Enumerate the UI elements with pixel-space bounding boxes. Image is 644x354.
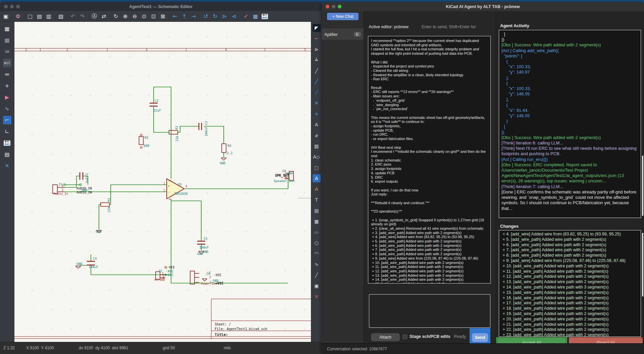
cursor-tool-icon[interactable]: ◤ xyxy=(313,24,321,32)
redo-icon[interactable]: ↷ xyxy=(78,12,87,20)
circle-tool-icon[interactable]: ○ xyxy=(313,239,321,247)
rectangle-tool-icon[interactable]: ▭ xyxy=(313,228,321,236)
textbox-tool-icon[interactable]: ▤ xyxy=(313,207,321,215)
schematic-canvas[interactable]: 12345C222uFR2680R122kC3100nFR42.2GNDJ112… xyxy=(14,22,311,342)
changes-list[interactable]: + 4. [add_wire] Added wire from (83.82, … xyxy=(499,230,641,337)
text-tool-icon[interactable]: T xyxy=(313,196,321,204)
symbol-library-icon[interactable]: ▤ xyxy=(3,150,11,159)
new-schematic-icon[interactable]: ▢ xyxy=(26,12,34,20)
close-button[interactable] xyxy=(4,5,8,8)
find-icon[interactable]: Ⓐ xyxy=(90,12,99,20)
junction-icon[interactable]: + xyxy=(313,110,321,118)
maximize-button[interactable] xyxy=(16,5,20,8)
agent-titlebar[interactable]: KiCad AI Agent by ALT TAB - pcbnew xyxy=(322,2,644,11)
annotate-icon[interactable]: R??R42 xyxy=(261,12,269,20)
label-tool-icon[interactable]: A xyxy=(313,174,321,182)
image-tool-icon[interactable]: ▣ xyxy=(313,282,321,290)
mirror-v-icon[interactable]: ⊳ xyxy=(220,12,229,20)
new-chat-button[interactable]: + New Chat xyxy=(327,13,359,20)
add-power-port-icon[interactable]: ╧ xyxy=(313,56,321,64)
attach-button[interactable]: Attach xyxy=(371,333,400,341)
svg-text:GND: GND xyxy=(96,230,101,233)
schematic-titlebar[interactable]: AgentTest1 — Schematic Editor xyxy=(0,2,322,11)
sim-probe-icon[interactable]: ∿ xyxy=(3,104,11,113)
units-mils-button[interactable]: mil xyxy=(3,59,11,67)
table-tool-icon[interactable]: ▦ xyxy=(313,217,321,225)
annotate-side-icon[interactable]: R??R42 xyxy=(3,139,11,147)
arc-tool-icon[interactable]: ◠ xyxy=(313,250,321,258)
text-style-icon[interactable]: A◇ xyxy=(313,153,321,161)
change-line: + 12. [add_wire_path] Added wire path wi… xyxy=(501,274,638,279)
paste-icon[interactable]: ▧ xyxy=(57,12,65,20)
maximize-button[interactable] xyxy=(338,5,341,8)
close-button[interactable] xyxy=(326,5,329,8)
assistant-message[interactable]: I recommend **option 2** because the cur… xyxy=(368,36,491,283)
find-replace-icon[interactable]: ⇄ xyxy=(100,12,108,20)
undo-icon[interactable]: ↶ xyxy=(69,12,77,20)
rotate-ccw-icon[interactable]: ↺ xyxy=(202,12,210,20)
activity-line: [Obs ] Success: ERC completed. Report sa… xyxy=(501,162,638,184)
plot-icon[interactable]: ▥ xyxy=(45,12,53,20)
send-button[interactable]: Send xyxy=(472,333,488,342)
activity-scrollbar[interactable] xyxy=(642,156,643,216)
agent-activity-log[interactable]: ]})[Obs ] Success: Wire path added with … xyxy=(499,30,641,218)
svg-text:2: 2 xyxy=(62,189,63,192)
page-settings-icon[interactable]: ⚙ xyxy=(14,12,22,20)
activity-line: }, xyxy=(501,97,638,102)
grid-icon[interactable]: ▦ xyxy=(3,25,11,33)
units-mm-button[interactable]: mm xyxy=(3,70,11,79)
svg-text:AUDIO_IN: AUDIO_IN xyxy=(76,190,92,194)
netclass-directive-icon[interactable]: ⌀ xyxy=(313,131,321,139)
add-bus-icon[interactable]: ╱ xyxy=(313,78,321,86)
svg-text:C4: C4 xyxy=(93,257,97,260)
changes-scrollbar[interactable] xyxy=(642,233,643,297)
hatch-area-icon[interactable]: ▨ xyxy=(313,142,321,150)
add-wire-icon[interactable]: ╱ xyxy=(313,67,321,75)
delete-tool-icon[interactable]: ✕ xyxy=(313,293,321,301)
minimize-button[interactable] xyxy=(10,5,14,8)
refresh-view-icon[interactable]: ↻ xyxy=(112,12,120,20)
print-icon[interactable]: ▤ xyxy=(35,12,44,20)
mirror-h-icon[interactable]: ⊲ xyxy=(230,12,238,20)
chat-input[interactable] xyxy=(369,294,490,328)
crosshair-cursor-icon[interactable]: + xyxy=(3,82,11,90)
hv-lines-only-icon[interactable]: ⌐ xyxy=(3,116,11,124)
line-tool-icon[interactable]: ╱ xyxy=(313,271,321,279)
units-inches-button[interactable]: in xyxy=(3,47,11,56)
global-label-icon[interactable]: A xyxy=(313,185,321,193)
bus-entry-icon[interactable]: ╱ xyxy=(313,88,321,96)
activity-line: "x": 91.44, xyxy=(501,108,638,113)
erc-check-icon[interactable]: ✓ xyxy=(242,12,250,20)
no-connect-icon[interactable]: ✕ xyxy=(313,99,321,107)
stage-edits-checkbox[interactable] xyxy=(402,335,407,339)
zoom-selection-icon[interactable]: ⊠ xyxy=(159,12,167,20)
grid-dots-icon[interactable]: ▩ xyxy=(3,36,11,44)
rotate-cw-icon[interactable]: ↻ xyxy=(211,12,219,20)
nav-back-icon[interactable]: ← xyxy=(171,12,179,20)
nav-forward-icon[interactable]: → xyxy=(190,12,198,20)
net-label-icon[interactable]: A xyxy=(313,121,321,129)
change-line: + 13. [add_wire_path] Added wire path wi… xyxy=(501,279,638,285)
add-symbol-icon[interactable]: ⊳ xyxy=(313,45,321,53)
minimize-button[interactable] xyxy=(332,5,335,8)
svg-text:-VEE: -VEE xyxy=(167,265,175,269)
bom-icon[interactable]: ▦ xyxy=(251,12,260,20)
zoom-page-icon[interactable]: ⊙ xyxy=(140,12,148,20)
svg-text:1: 1 xyxy=(163,182,165,185)
any-angle-icon[interactable]: ∟ xyxy=(3,127,11,136)
zoom-out-icon[interactable]: ⊖ xyxy=(130,12,139,20)
select-pointer-icon[interactable]: ▶ xyxy=(3,93,11,101)
svg-text:100nF: 100nF xyxy=(204,127,208,136)
chat-list-item[interactable]: Aplifier E xyxy=(322,29,364,40)
hier-sheet-add-icon[interactable]: ▢ xyxy=(313,164,321,172)
ai-agent-window: KiCad AI Agent by ALT TAB - pcbnew + New… xyxy=(322,2,644,354)
highlight-net-icon[interactable]: ⌐ xyxy=(313,35,321,43)
zoom-fit-icon[interactable]: ⊡ xyxy=(149,12,158,20)
zoom-in-icon[interactable]: ⊕ xyxy=(121,12,129,20)
bezier-tool-icon[interactable]: ∿ xyxy=(313,260,321,268)
conversation-status: Conversation selected: 108b7877 xyxy=(322,347,387,351)
save-icon[interactable]: ▣ xyxy=(2,12,10,20)
nav-up-icon[interactable]: ↑ xyxy=(180,12,189,20)
changes-title: Changes xyxy=(500,224,519,229)
footprint-assign-icon[interactable]: ✕ xyxy=(3,162,11,170)
